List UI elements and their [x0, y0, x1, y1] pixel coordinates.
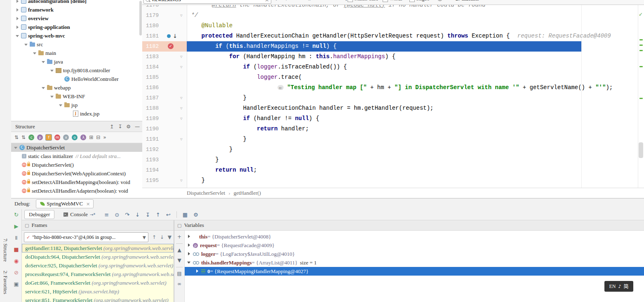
search-field[interactable]: viewResolvers ×	[143, 0, 271, 4]
regex-checkbox[interactable]	[409, 0, 415, 2]
tree-right-arrow-icon[interactable]	[15, 0, 20, 4]
stripe-mark[interactable]	[639, 39, 643, 40]
breadcrumb-class[interactable]: DispatcherServlet	[187, 190, 225, 196]
stack-frame-row[interactable]: doGet:866, FrameworkServlet (org.springf…	[22, 278, 174, 287]
search-input[interactable]: viewResolvers	[152, 0, 181, 3]
resume-icon[interactable]: ▶	[12, 222, 21, 231]
line-number[interactable]: 1193	[144, 155, 159, 165]
line-number[interactable]: 1181	[144, 31, 159, 41]
variable-row[interactable]: logger = {LogFactory$JavaUtilLog@4010}	[185, 250, 644, 258]
stack-frame-row[interactable]: service:851, FrameworkServlet (org.sprin…	[22, 296, 174, 302]
tab-console[interactable]: >_ Console →*	[59, 210, 99, 219]
line-number[interactable]: 1185	[144, 72, 159, 83]
project-item[interactable]: webapp	[11, 83, 139, 92]
drop-frame-icon[interactable]: ↩	[166, 212, 171, 218]
debug-session-tab[interactable]: SpringWebMVC ×	[36, 199, 94, 208]
sidebar-tab-favorites[interactable]: 2: Favorites	[2, 271, 8, 294]
match-case-checkbox[interactable]	[348, 0, 353, 2]
words-checkbox[interactable]	[383, 0, 388, 2]
line-number[interactable]: 1187	[144, 93, 159, 103]
settings-icon[interactable]: ⚙	[193, 212, 198, 218]
variable-row[interactable]: this.handlerMappings = {ArrayList@4011}s…	[185, 258, 644, 267]
fold-marker-icon[interactable]: ▿	[180, 10, 183, 21]
stack-frame-row[interactable]: getHandler:1182, DispatcherServlet (org.…	[22, 244, 174, 252]
variable-row[interactable]: this = {DispatcherServlet@4008}	[185, 232, 644, 241]
regex-help-icon[interactable]: ?	[437, 0, 442, 1]
collapse-all-icon[interactable]: ↧	[118, 124, 122, 130]
tree-right-arrow-icon[interactable]	[15, 7, 20, 12]
filter-frames-icon[interactable]: ▼	[168, 234, 172, 240]
project-item[interactable]: spring-application	[11, 23, 139, 31]
next-occurrence-icon[interactable]: ↓	[274, 0, 278, 2]
line-number[interactable]: 1189	[144, 113, 159, 124]
structure-item[interactable]: mDispatcherServlet(WebApplicationContext…	[11, 169, 142, 178]
more-options-icon[interactable]: »	[103, 134, 106, 140]
fold-marker-icon[interactable]: ▿	[180, 62, 183, 72]
line-number[interactable]: 1179	[144, 10, 159, 21]
pause-icon[interactable]: Ⅱ	[12, 233, 21, 242]
match-case-label[interactable]: Match Case	[355, 0, 378, 2]
project-item[interactable]: main	[11, 49, 139, 57]
select-all-occurrences-icon[interactable]: ⇅	[307, 0, 311, 2]
tree-down-arrow-icon[interactable]	[15, 33, 20, 38]
line-number[interactable]: 1192	[144, 144, 159, 155]
settings-gear-icon[interactable]: ⚙	[126, 124, 131, 130]
frame-up-icon[interactable]: ↑	[152, 234, 156, 240]
sort-by-visibility-icon[interactable]: ⇅	[21, 134, 26, 140]
show-lambdas-icon[interactable]: λ	[80, 134, 86, 140]
step-into-icon[interactable]: ↓	[135, 212, 140, 218]
find-all-icon[interactable]: ≡	[297, 0, 301, 2]
fold-marker-icon[interactable]: ▿	[180, 93, 183, 103]
overridden-marker-icon[interactable]: ↓	[173, 31, 177, 41]
project-item[interactable]: CHelloWorldController	[11, 75, 139, 83]
error-stripe[interactable]: ✓	[638, 0, 644, 188]
breakpoint-icon[interactable]: ✓	[168, 43, 174, 49]
code-editor[interactable]: 1178 * @return the HandlerExecutionChain…	[142, 0, 638, 188]
stack-frame-row[interactable]: doService:925, DispatcherServlet (org.sp…	[22, 261, 174, 270]
tree-down-arrow-icon[interactable]	[14, 145, 19, 150]
show-non-public-icon[interactable]: m	[54, 134, 60, 140]
words-label[interactable]: Words	[390, 0, 402, 2]
line-number[interactable]: 1195	[144, 175, 159, 186]
project-item[interactable]: spring-web-mvc	[11, 31, 139, 40]
collapse-all-nodes-icon[interactable]: ⊟	[96, 134, 100, 140]
project-tree-scrollbar[interactable]	[139, 1, 142, 35]
tree-right-arrow-icon[interactable]	[15, 16, 20, 21]
tree-down-arrow-icon[interactable]	[50, 68, 55, 73]
project-item[interactable]: jsp	[11, 101, 139, 109]
show-classes-icon[interactable]: c	[28, 134, 34, 140]
fold-marker-icon[interactable]: ▿	[180, 113, 183, 124]
stop-icon[interactable]: ■	[12, 245, 21, 254]
expand-all-icon[interactable]: ↥	[110, 124, 114, 130]
pin-tab-icon[interactable]: →*	[90, 212, 95, 217]
variable-row[interactable]: prequest = {RequestFacade@4009}	[185, 241, 644, 250]
stack-frame-row[interactable]: doDispatch:964, DispatcherServlet (org.s…	[22, 252, 174, 261]
step-out-icon[interactable]: ↑	[156, 212, 160, 218]
stripe-mark[interactable]	[639, 50, 643, 51]
fold-marker-icon[interactable]: ▿	[180, 134, 183, 144]
thread-selector-dropdown[interactable]: ✓ "http-bio-8080-exec-3"@4,006 in group.…	[24, 232, 148, 242]
line-number[interactable]: 1188	[144, 103, 159, 113]
tree-down-arrow-icon[interactable]	[41, 85, 46, 90]
line-number[interactable]: 1194	[144, 165, 159, 175]
project-item[interactable]: WEB-INF	[11, 92, 139, 101]
project-item[interactable]: Jindex.jsp	[11, 109, 139, 118]
line-number[interactable]: 1180	[144, 21, 159, 31]
line-number[interactable]: 1184	[144, 62, 159, 72]
tree-down-arrow-icon[interactable]	[50, 94, 55, 99]
menu-icon[interactable]: ≡	[104, 212, 109, 218]
tree-down-arrow-icon[interactable]	[33, 51, 38, 56]
project-item[interactable]: framework	[11, 5, 139, 14]
force-step-into-icon[interactable]: ↧	[146, 212, 150, 218]
show-execution-point-icon[interactable]: ⊙	[115, 212, 119, 218]
project-item[interactable]: src	[11, 40, 139, 49]
tree-down-arrow-icon[interactable]	[24, 42, 29, 47]
show-inherited-icon[interactable]: o	[72, 134, 78, 140]
structure-item[interactable]: msetDetectAllHandlerMappings(boolean): v…	[11, 178, 142, 186]
view-breakpoints-icon[interactable]: ◉	[12, 256, 21, 265]
project-item[interactable]: overview	[11, 14, 139, 23]
tree-down-arrow-icon[interactable]	[59, 103, 63, 108]
structure-item[interactable]: msetDetectAllHandlerAdapters(boolean): v…	[11, 186, 142, 195]
structure-item[interactable]: istatic class initializer// Load default…	[11, 152, 142, 160]
add-watch-icon[interactable]: +	[176, 233, 183, 241]
